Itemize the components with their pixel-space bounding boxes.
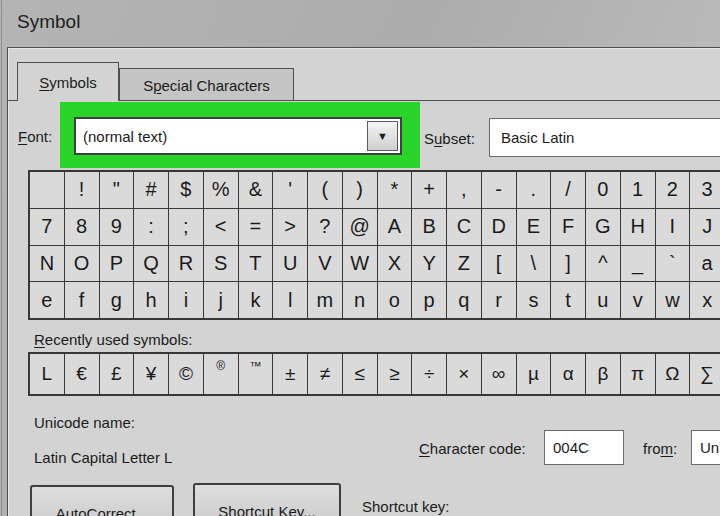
recent-symbol-cell[interactable]: × [447,354,481,394]
symbol-cell[interactable]: % [204,172,238,208]
symbol-cell[interactable]: _ [621,246,655,282]
recent-symbol-cell[interactable]: ≥ [378,354,412,394]
symbol-cell[interactable]: & [239,172,273,208]
shortcut-key-button[interactable]: Shortcut Key... [193,483,341,516]
symbol-cell[interactable]: # [134,172,168,208]
symbol-cell[interactable]: ^ [586,246,620,282]
symbol-cell[interactable]: v [621,282,655,318]
symbol-cell[interactable]: = [239,209,273,245]
symbol-cell[interactable]: s [517,282,551,318]
symbol-cell[interactable]: D [482,209,516,245]
symbol-cell[interactable]: 2 [656,172,690,208]
symbol-cell[interactable]: ? [308,209,342,245]
symbol-cell[interactable]: o [378,282,412,318]
symbol-cell[interactable]: O [65,246,99,282]
symbol-cell[interactable]: Y [412,246,446,282]
recent-symbol-cell[interactable]: ™ [239,354,273,394]
symbol-cell[interactable]: \ [517,246,551,282]
symbol-cell[interactable]: $ [169,172,203,208]
symbol-cell[interactable]: h [134,282,168,318]
recent-symbol-cell[interactable]: ± [273,354,307,394]
symbol-cell[interactable]: ] [551,246,585,282]
symbol-cell[interactable]: J [690,209,720,245]
symbol-cell[interactable]: 9 [100,209,134,245]
recent-symbol-cell[interactable]: µ [517,354,551,394]
symbol-cell[interactable]: / [551,172,585,208]
recent-symbol-cell[interactable]: ∑ [690,354,720,394]
symbol-cell[interactable]: 3 [690,172,720,208]
symbol-cell[interactable]: X [378,246,412,282]
autocorrect-button[interactable]: AutoCorrect... [30,485,174,516]
symbol-cell[interactable]: n [343,282,377,318]
symbol-cell[interactable]: > [273,209,307,245]
symbol-cell[interactable]: 7 [30,209,64,245]
tab-special-characters[interactable]: Special Characters [119,68,294,101]
symbol-cell[interactable]: C [447,209,481,245]
symbol-cell[interactable]: t [551,282,585,318]
symbol-cell[interactable]: r [482,282,516,318]
symbol-cell[interactable]: ! [65,172,99,208]
recent-symbol-cell[interactable]: α [551,354,585,394]
symbol-cell[interactable]: @ [343,209,377,245]
symbol-cell[interactable]: < [204,209,238,245]
recent-symbol-cell[interactable]: ≤ [343,354,377,394]
symbol-cell[interactable]: w [656,282,690,318]
symbol-cell[interactable]: g [100,282,134,318]
symbol-cell[interactable]: m [308,282,342,318]
symbol-cell[interactable]: N [30,246,64,282]
recent-symbol-cell[interactable]: ÷ [412,354,446,394]
chevron-down-icon[interactable]: ▼ [367,121,398,151]
recent-symbol-cell[interactable]: π [621,354,655,394]
symbol-cell[interactable]: " [100,172,134,208]
symbol-cell[interactable]: Z [447,246,481,282]
symbol-cell[interactable]: x [690,282,720,318]
symbol-cell[interactable]: ) [343,172,377,208]
tab-symbols[interactable]: Symbols [17,62,119,101]
symbol-cell[interactable]: U [273,246,307,282]
symbol-cell[interactable]: T [239,246,273,282]
symbol-cell[interactable]: e [30,282,64,318]
symbol-cell[interactable]: . [517,172,551,208]
character-code-input[interactable]: 004C [544,430,624,465]
symbol-cell[interactable]: p [412,282,446,318]
recent-symbol-cell[interactable]: ≠ [308,354,342,394]
font-dropdown[interactable]: (normal text) ▼ [74,117,402,155]
symbol-cell[interactable]: E [517,209,551,245]
symbol-cell[interactable]: A [378,209,412,245]
recent-symbol-cell[interactable]: € [65,354,99,394]
symbol-cell[interactable]: ; [169,209,203,245]
recent-symbol-cell[interactable]: β [586,354,620,394]
symbol-cell[interactable]: a [690,246,720,282]
symbol-cell[interactable]: H [621,209,655,245]
symbol-cell[interactable]: j [204,282,238,318]
symbol-cell[interactable]: ' [273,172,307,208]
subset-dropdown[interactable]: Basic Latin [489,118,720,157]
symbol-cell[interactable]: ` [656,246,690,282]
recent-symbol-cell[interactable]: L [30,354,64,394]
symbol-cell[interactable]: : [134,209,168,245]
recent-symbol-cell[interactable]: ® [204,354,238,394]
recent-symbol-cell[interactable]: ∞ [482,354,516,394]
symbol-cell[interactable]: i [169,282,203,318]
symbol-cell[interactable]: Q [134,246,168,282]
symbol-cell[interactable]: [ [482,246,516,282]
symbol-cell[interactable]: k [239,282,273,318]
symbol-cell[interactable]: P [100,246,134,282]
symbol-cell[interactable]: 8 [65,209,99,245]
symbol-cell[interactable]: W [343,246,377,282]
symbol-cell[interactable]: B [412,209,446,245]
symbol-cell[interactable]: , [447,172,481,208]
symbol-cell[interactable]: V [308,246,342,282]
recent-symbol-cell[interactable]: © [169,354,203,394]
symbol-cell[interactable] [30,172,64,208]
symbol-cell[interactable]: * [378,172,412,208]
recent-symbol-cell[interactable]: Ω [656,354,690,394]
from-dropdown[interactable]: Uni [691,430,720,465]
symbol-cell[interactable]: - [482,172,516,208]
symbol-cell[interactable]: f [65,282,99,318]
symbol-cell[interactable]: ( [308,172,342,208]
symbol-cell[interactable]: 1 [621,172,655,208]
symbol-cell[interactable]: S [204,246,238,282]
symbol-cell[interactable]: G [586,209,620,245]
symbol-cell[interactable]: 0 [586,172,620,208]
